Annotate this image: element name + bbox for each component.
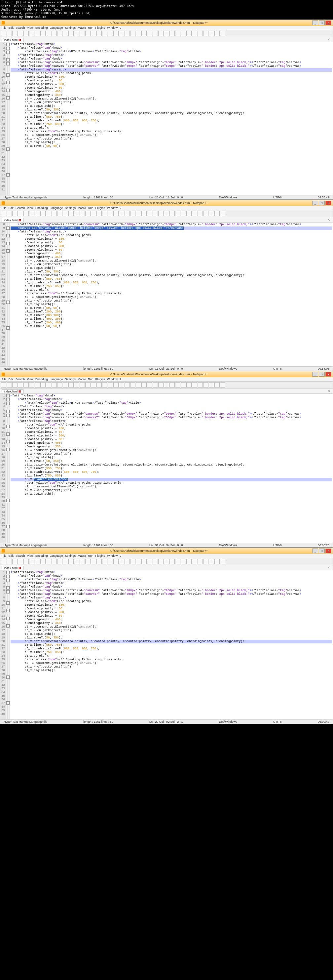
toolbar-button[interactable] <box>91 31 96 36</box>
toolbar-button[interactable] <box>85 559 90 564</box>
toolbar-button[interactable] <box>52 559 57 564</box>
menu-search[interactable]: Search <box>16 554 25 557</box>
toolbar-button[interactable] <box>181 559 186 564</box>
menu-?[interactable]: ? <box>120 206 121 210</box>
close-button[interactable]: ✕ <box>325 21 331 25</box>
menu-edit[interactable]: Edit <box>9 206 14 210</box>
new-tab-button[interactable]: ✕ <box>326 389 331 393</box>
toolbar-button[interactable] <box>35 382 40 388</box>
menu-macro[interactable]: Macro <box>78 206 86 210</box>
menu-file[interactable]: File <box>2 26 6 29</box>
toolbar-button[interactable] <box>29 211 34 216</box>
toolbar-button[interactable] <box>153 559 158 564</box>
menu-plugins[interactable]: Plugins <box>95 206 105 210</box>
toolbar-button[interactable] <box>130 382 135 388</box>
toolbar-button[interactable] <box>119 382 124 388</box>
toolbar-button[interactable] <box>158 31 163 36</box>
toolbar-button[interactable] <box>170 559 175 564</box>
toolbar-button[interactable] <box>91 382 96 388</box>
menu-bar[interactable]: FileEditSearchViewEncodingLanguageSettin… <box>0 206 333 210</box>
toolbar-button[interactable] <box>52 211 57 216</box>
toolbar-button[interactable] <box>35 31 40 36</box>
toolbar-button[interactable] <box>220 211 225 216</box>
maximize-button[interactable]: □ <box>319 201 325 205</box>
toolbar-button[interactable] <box>130 31 135 36</box>
toolbar-button[interactable] <box>198 211 203 216</box>
menu-?[interactable]: ? <box>120 26 121 29</box>
toolbar-button[interactable] <box>203 382 208 388</box>
toolbar-button[interactable] <box>153 382 158 388</box>
toolbar-button[interactable] <box>102 31 107 36</box>
fold-gutter[interactable]: ----------- <box>6 394 10 543</box>
toolbar-button[interactable] <box>29 559 34 564</box>
toolbar-button[interactable] <box>164 211 169 216</box>
code-area[interactable]: <"attr">class="tag">html> <"attr">class=… <box>10 394 333 543</box>
toolbar-button[interactable] <box>35 211 40 216</box>
toolbar-button[interactable] <box>203 559 208 564</box>
toolbar-button[interactable] <box>102 559 107 564</box>
toolbar-button[interactable] <box>6 382 12 388</box>
toolbar-button[interactable] <box>6 559 12 564</box>
toolbar-button[interactable] <box>158 382 163 388</box>
toolbar-button[interactable] <box>74 211 79 216</box>
toolbar-button[interactable] <box>113 211 119 216</box>
toolbar-button[interactable] <box>91 211 96 216</box>
toolbar-button[interactable] <box>136 559 141 564</box>
menu-macro[interactable]: Macro <box>78 554 86 557</box>
menu-search[interactable]: Search <box>16 378 25 381</box>
tab-index-html[interactable]: index.html ⊠ <box>2 38 24 42</box>
new-tab-button[interactable]: ✕ <box>326 38 331 42</box>
toolbar-button[interactable] <box>170 382 175 388</box>
toolbar-button[interactable] <box>113 559 119 564</box>
toolbar-button[interactable] <box>119 559 124 564</box>
menu-file[interactable]: File <box>2 554 6 557</box>
menu-run[interactable]: Run <box>88 378 94 381</box>
toolbar-button[interactable] <box>18 382 23 388</box>
toolbar-button[interactable] <box>198 559 203 564</box>
toolbar-button[interactable] <box>181 31 186 36</box>
toolbar-button[interactable] <box>97 382 102 388</box>
toolbar-button[interactable] <box>209 31 214 36</box>
menu-file[interactable]: File <box>2 206 6 210</box>
toolbar-button[interactable] <box>74 31 79 36</box>
menu-window[interactable]: Window <box>107 206 117 210</box>
toolbar-button[interactable] <box>24 382 29 388</box>
menu-settings[interactable]: Settings <box>65 26 76 29</box>
toolbar-button[interactable] <box>130 559 135 564</box>
toolbar-button[interactable] <box>158 211 163 216</box>
close-button[interactable]: ✕ <box>325 372 331 377</box>
toolbar-button[interactable] <box>214 559 220 564</box>
toolbar-button[interactable] <box>29 31 34 36</box>
toolbar-button[interactable] <box>1 559 6 564</box>
toolbar-button[interactable] <box>46 31 51 36</box>
toolbar-button[interactable] <box>68 382 74 388</box>
toolbar-button[interactable] <box>12 31 17 36</box>
toolbar-button[interactable] <box>220 559 225 564</box>
menu-settings[interactable]: Settings <box>65 554 76 557</box>
toolbar-button[interactable] <box>68 559 74 564</box>
toolbar-button[interactable] <box>68 31 74 36</box>
toolbar-button[interactable] <box>91 559 96 564</box>
toolbar-button[interactable] <box>46 211 51 216</box>
menu-macro[interactable]: Macro <box>78 26 86 29</box>
toolbar-button[interactable] <box>209 382 214 388</box>
menu-encoding[interactable]: Encoding <box>35 554 48 557</box>
toolbar-button[interactable] <box>214 382 220 388</box>
new-tab-button[interactable]: ✕ <box>326 566 331 570</box>
toolbar-button[interactable] <box>74 382 79 388</box>
toolbar-button[interactable] <box>97 211 102 216</box>
toolbar-button[interactable] <box>220 382 225 388</box>
menu-window[interactable]: Window <box>107 554 117 557</box>
toolbar-button[interactable] <box>164 559 169 564</box>
code-area[interactable]: <"attr">class="tag">canvas "attr">id="ca… <box>10 223 333 366</box>
toolbar-button[interactable] <box>74 559 79 564</box>
menu-view[interactable]: View <box>27 206 33 210</box>
menu-view[interactable]: View <box>27 554 33 557</box>
toolbar-button[interactable] <box>1 211 6 216</box>
toolbar-button[interactable] <box>141 31 147 36</box>
toolbar-button[interactable] <box>209 559 214 564</box>
toolbar-button[interactable] <box>24 211 29 216</box>
menu-?[interactable]: ? <box>120 554 121 557</box>
menu-edit[interactable]: Edit <box>9 26 14 29</box>
toolbar-button[interactable] <box>57 559 62 564</box>
